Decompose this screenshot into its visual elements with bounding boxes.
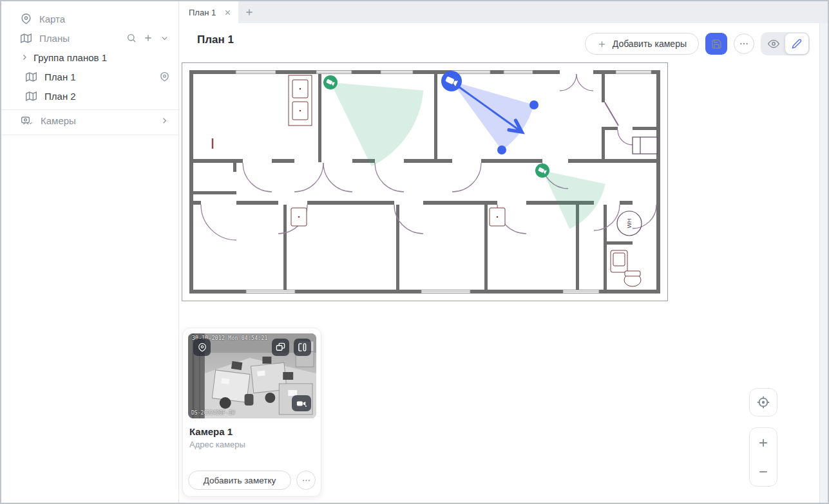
crosshair-icon (756, 395, 770, 409)
cone-resize-handle[interactable] (529, 100, 538, 109)
zoom-controls (749, 427, 777, 487)
plan-content: План 1 Добавить камеры (179, 23, 828, 503)
edit-mode-button[interactable] (785, 33, 808, 54)
map-pin-icon (21, 14, 32, 24)
scrollbar[interactable] (819, 23, 828, 503)
app-window: Карта Планы Группа планов 1 (0, 0, 829, 504)
floor-plan[interactable]: WH (182, 62, 668, 301)
map-icon (26, 91, 37, 102)
header-actions: Добавить камеры (585, 32, 810, 55)
eye-icon (768, 38, 779, 50)
sidebar-item-label: План 1 (44, 71, 76, 82)
view-mode-button[interactable] (762, 33, 785, 54)
map-pin-icon (198, 343, 207, 352)
sound-button[interactable] (294, 339, 311, 356)
camera-address: Адрес камеры (189, 440, 245, 449)
svg-text:WH: WH (626, 219, 633, 229)
add-plan-icon[interactable] (143, 33, 153, 43)
floor-plan-svg: WH (182, 62, 668, 301)
search-icon[interactable] (126, 33, 137, 43)
page-title: План 1 (197, 33, 234, 46)
sidebar-item-plan2[interactable]: План 2 (1, 86, 178, 106)
plus-icon (757, 436, 770, 449)
sidebar-item-plan-group[interactable]: Группа планов 1 (1, 48, 178, 67)
camera-card-footer: Добавить заметку (188, 471, 316, 490)
sidebar-item-cameras[interactable]: Камеры (1, 110, 178, 131)
pencil-icon (792, 39, 802, 49)
more-options-button[interactable] (734, 33, 754, 54)
new-tab-button[interactable] (238, 1, 260, 23)
view-edit-toggle (761, 32, 810, 55)
tab-label: План 1 (189, 8, 222, 17)
add-cameras-label: Добавить камеры (613, 39, 687, 49)
save-icon (711, 39, 722, 50)
map-icon (26, 71, 37, 82)
sidebar-item-plans[interactable]: Планы (1, 28, 178, 48)
camera-name: Камера 1 (189, 426, 233, 437)
sidebar-item-plan1[interactable]: План 1 (1, 67, 178, 86)
zoom-in-button[interactable] (750, 428, 777, 457)
sidebar-item-label: План 2 (44, 91, 76, 102)
map-icon (21, 33, 32, 44)
cone-resize-handle[interactable] (497, 145, 506, 154)
video-camera-icon (292, 395, 311, 411)
ellipsis-icon (739, 39, 749, 49)
minus-icon (757, 465, 770, 478)
sidebar-item-label: Камеры (41, 115, 76, 126)
tab-close-icon[interactable] (222, 7, 233, 18)
sidebar-item-label: Планы (39, 33, 70, 44)
sidebar: Карта Планы Группа планов 1 (1, 1, 179, 503)
chevron-down-icon[interactable] (160, 33, 169, 43)
tab-strip: План 1 (179, 1, 828, 23)
screens-icon (276, 342, 285, 352)
plan-location-pin-icon (160, 72, 169, 82)
tab-plan1[interactable]: План 1 (179, 1, 238, 23)
sidebar-item-label: Группа планов 1 (33, 52, 107, 63)
open-stream-button[interactable] (272, 339, 289, 356)
main-area: План 1 План 1 Добавить камеры (179, 1, 828, 503)
locate-camera-button[interactable] (193, 339, 211, 356)
chevron-right-icon (160, 116, 169, 126)
sidebar-divider (1, 135, 178, 135)
sound-icon (298, 342, 307, 352)
zoom-out-button[interactable] (750, 457, 777, 486)
video-camera-icon (21, 115, 33, 127)
add-note-button[interactable]: Добавить заметку (188, 471, 291, 490)
sidebar-item-map[interactable]: Карта (1, 9, 178, 28)
camera-card[interactable]: 30-10-2012 Mon 04:54:21 DS-2CD2420F-IW (182, 328, 321, 497)
thumb-actions (272, 339, 311, 356)
save-button[interactable] (705, 33, 727, 55)
add-cameras-button[interactable]: Добавить камеры (585, 33, 699, 55)
chevron-right-icon (21, 53, 28, 61)
camera-thumbnail[interactable]: 30-10-2012 Mon 04:54:21 DS-2CD2420F-IW (188, 333, 316, 418)
camera-more-button[interactable] (296, 471, 316, 490)
thumb-model: DS-2CD2420F-IW (191, 410, 234, 416)
locate-button[interactable] (749, 388, 777, 416)
plus-icon (597, 39, 607, 49)
ellipsis-icon (301, 476, 311, 485)
sidebar-item-label: Карта (39, 14, 65, 24)
